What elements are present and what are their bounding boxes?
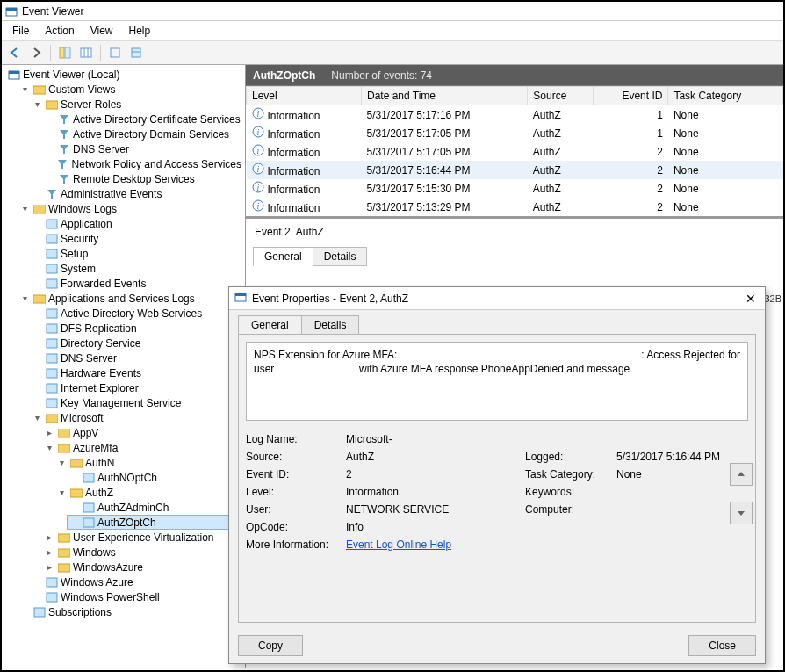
properties-button[interactable] xyxy=(126,44,146,61)
tree-role-adds[interactable]: ·Active Directory Domain Services xyxy=(42,126,245,141)
tree-svc-kms[interactable]: ·Key Management Service xyxy=(30,395,245,410)
col-taskcat[interactable]: Task Category xyxy=(668,87,783,105)
table-row[interactable]: iInformation5/31/2017 5:17:05 PMAuthZ1No… xyxy=(247,124,783,142)
tree-powershell-log[interactable]: ·Windows PowerShell xyxy=(30,589,245,604)
tree-role-rds[interactable]: ·Remote Desktop Services xyxy=(42,171,245,186)
tree-authzadminch[interactable]: ·AuthZAdminCh xyxy=(67,500,245,515)
tree-server-roles[interactable]: ▾ Server Roles xyxy=(30,97,245,112)
tree-wlog-forwarded[interactable]: ·Forwarded Events xyxy=(30,276,245,291)
tree-svc-adws[interactable]: ·Active Directory Web Services xyxy=(30,306,245,321)
tree-role-adcs[interactable]: ·Active Directory Certificate Services xyxy=(42,112,245,126)
menu-file[interactable]: File xyxy=(5,23,36,39)
svg-rect-36 xyxy=(58,444,70,452)
log-icon xyxy=(45,217,58,230)
tree-apps-services-logs[interactable]: ▾ Applications and Services Logs xyxy=(18,291,245,306)
svg-rect-2 xyxy=(60,47,64,58)
chevron-down-icon[interactable]: ▾ xyxy=(19,204,30,214)
tree-subscriptions[interactable]: ·Subscriptions xyxy=(18,604,245,619)
svg-rect-23 xyxy=(47,249,57,258)
next-event-button[interactable] xyxy=(730,502,753,524)
tree-role-nps[interactable]: ·Network Policy and Access Services xyxy=(42,156,245,171)
tree-wlog-application[interactable]: ·Application xyxy=(30,216,245,231)
svg-rect-21 xyxy=(47,220,57,228)
tree-ms-windowsazure[interactable]: ▸WindowsAzure xyxy=(42,560,245,574)
svg-rect-4 xyxy=(81,48,91,57)
tree-custom-views[interactable]: ▾ Custom Views xyxy=(18,82,245,97)
log-icon xyxy=(45,366,58,379)
tree-svc-dns[interactable]: ·DNS Server xyxy=(30,350,245,365)
chevron-right-icon[interactable]: ▸ xyxy=(44,562,54,573)
funnel-icon xyxy=(45,187,58,200)
tree-uev[interactable]: ▸User Experience Virtualization xyxy=(42,530,245,545)
forward-button[interactable] xyxy=(26,44,46,61)
tree-authn[interactable]: ▾AuthN xyxy=(54,455,245,470)
tree-appv[interactable]: ▸AppV xyxy=(42,425,245,440)
svg-rect-20 xyxy=(33,206,46,213)
tab-details[interactable]: Details xyxy=(313,247,368,266)
chevron-right-icon[interactable]: ▸ xyxy=(44,428,54,438)
preview-panel: Event 2, AuthZ General Details xyxy=(246,217,783,270)
tree-ms-windows[interactable]: ▸Windows xyxy=(42,545,245,560)
folder-icon xyxy=(32,202,46,215)
tree-root[interactable]: Event Viewer (Local) xyxy=(5,67,245,82)
menu-help[interactable]: Help xyxy=(122,23,158,39)
tree-role-dns[interactable]: ·DNS Server xyxy=(42,141,245,156)
chevron-down-icon[interactable]: ▾ xyxy=(44,443,54,453)
svg-rect-37 xyxy=(70,459,83,467)
chevron-down-icon[interactable]: ▾ xyxy=(32,99,42,110)
tree-admin-events[interactable]: ·Administrative Events xyxy=(30,186,245,201)
tree-wlog-security[interactable]: ·Security xyxy=(30,231,245,246)
folder-icon xyxy=(45,98,58,111)
svg-marker-17 xyxy=(58,160,67,169)
svg-rect-27 xyxy=(47,309,57,318)
svg-rect-40 xyxy=(83,503,94,512)
event-log-online-help-link[interactable]: Event Log Online Help xyxy=(346,538,522,551)
tree-svc-ie[interactable]: ·Internet Explorer xyxy=(30,380,245,395)
col-datetime[interactable]: Date and Time xyxy=(362,87,528,105)
columns-button[interactable] xyxy=(76,44,96,61)
funnel-icon xyxy=(57,142,70,155)
table-row[interactable]: iInformation5/31/2017 5:13:29 PMAuthZ2No… xyxy=(247,198,783,216)
chevron-down-icon[interactable]: ▾ xyxy=(19,84,30,95)
tree-windows-logs[interactable]: ▾ Windows Logs xyxy=(18,201,245,216)
prev-event-button[interactable] xyxy=(730,463,753,486)
col-source[interactable]: Source xyxy=(528,87,593,105)
tree-svc-dfs[interactable]: ·DFS Replication xyxy=(30,321,245,336)
table-row[interactable]: iInformation5/31/2017 5:16:44 PMAuthZ2No… xyxy=(247,161,783,179)
chevron-down-icon[interactable]: ▾ xyxy=(56,458,67,468)
menu-view[interactable]: View xyxy=(83,23,120,39)
tree-authzoptch[interactable]: ·AuthZOptCh xyxy=(67,515,245,530)
show-tree-button[interactable] xyxy=(55,44,75,61)
tree-azuremfa[interactable]: ▾AzureMfa xyxy=(42,440,245,455)
chevron-right-icon[interactable]: ▸ xyxy=(44,532,54,543)
tab-general[interactable]: General xyxy=(253,247,313,266)
tree-wlog-setup[interactable]: ·Setup xyxy=(30,246,245,261)
tree-wlog-system[interactable]: ·System xyxy=(30,261,245,276)
copy-button[interactable]: Copy xyxy=(238,635,303,656)
chevron-down-icon[interactable]: ▾ xyxy=(19,293,30,304)
tree-windows-azure-log[interactable]: ·Windows Azure xyxy=(30,574,245,589)
tree-svc-directory[interactable]: ·Directory Service xyxy=(30,336,245,350)
col-level[interactable]: Level xyxy=(247,87,362,105)
menu-action[interactable]: Action xyxy=(38,23,81,39)
tree-authz[interactable]: ▾AuthZ xyxy=(54,485,245,500)
table-row[interactable]: iInformation5/31/2017 5:17:16 PMAuthZ1No… xyxy=(247,105,783,125)
dlg-tab-details[interactable]: Details xyxy=(301,315,360,335)
back-button[interactable] xyxy=(5,44,25,61)
close-button[interactable]: Close xyxy=(688,635,756,656)
table-row[interactable]: iInformation5/31/2017 5:17:05 PMAuthZ2No… xyxy=(247,142,783,161)
close-icon[interactable]: ✕ xyxy=(742,290,760,307)
chevron-down-icon[interactable]: ▾ xyxy=(32,413,42,423)
table-row[interactable]: iInformation5/31/2017 5:15:30 PMAuthZ2No… xyxy=(247,179,783,198)
svg-text:i: i xyxy=(256,201,259,211)
tree-microsoft[interactable]: ▾ Microsoft xyxy=(30,410,245,425)
tree-svc-hardware[interactable]: ·Hardware Events xyxy=(30,365,245,380)
col-eventid[interactable]: Event ID xyxy=(593,87,668,105)
log-icon xyxy=(82,516,95,529)
log-icon xyxy=(45,262,58,275)
dlg-tab-general[interactable]: General xyxy=(238,315,302,335)
tree-authnoptch[interactable]: ·AuthNOptCh xyxy=(67,470,245,485)
refresh-button[interactable] xyxy=(105,44,125,61)
chevron-right-icon[interactable]: ▸ xyxy=(44,547,54,558)
chevron-down-icon[interactable]: ▾ xyxy=(56,488,67,498)
